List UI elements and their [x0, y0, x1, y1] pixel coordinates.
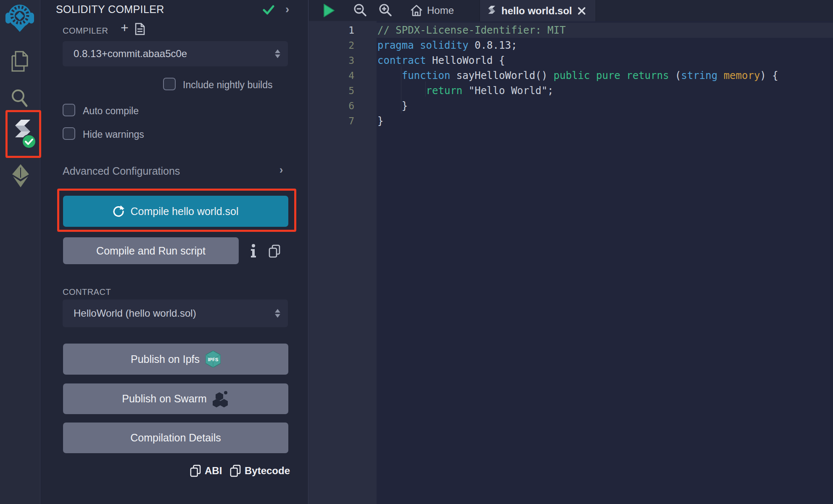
close-tab-icon[interactable]: [577, 7, 586, 15]
compile-and-run-label: Compile and Run script: [96, 245, 206, 257]
auto-compile-label: Auto compile: [83, 105, 139, 117]
compiler-section-label: COMPILER: [63, 26, 108, 36]
advanced-configurations-chevron[interactable]: ›: [279, 165, 283, 175]
search-button[interactable]: [10, 88, 29, 108]
auto-compile-checkbox[interactable]: [63, 104, 75, 116]
files-icon: [11, 51, 29, 72]
code-line: 7}: [309, 113, 833, 129]
panel-title: SOLIDITY COMPILER: [56, 3, 164, 16]
code-line-text: pragma solidity 0.8.13;: [377, 38, 833, 53]
contract-section-label: CONTRACT: [63, 287, 111, 297]
select-sorter-icon: [275, 50, 280, 58]
code-line-text: contract HelloWorld {: [377, 53, 833, 68]
abi-label: ABI: [205, 465, 222, 477]
svg-text:IPFS: IPFS: [208, 357, 218, 362]
code-line: 2pragma solidity 0.8.13;: [309, 38, 833, 53]
tab-hello-world-sol[interactable]: hello world.sol: [480, 0, 596, 21]
active-tab-label: hello world.sol: [501, 5, 572, 17]
compile-button[interactable]: Compile hello world.sol: [63, 196, 288, 227]
compilation-details-button[interactable]: Compilation Details: [63, 423, 288, 453]
line-number: 7: [309, 113, 354, 129]
line-number: 6: [309, 98, 354, 113]
line-number: 2: [309, 38, 354, 53]
contract-select[interactable]: HelloWorld (hello world.sol): [63, 299, 288, 327]
compile-run-copy-icon[interactable]: [269, 244, 280, 258]
code-line-text: // SPDX-License-Identifier: MIT: [377, 23, 833, 38]
compile-success-check-icon: [263, 5, 274, 15]
compiler-version-value: 0.8.13+commit.abaa5c0e: [74, 48, 187, 60]
tab-home[interactable]: Home: [411, 0, 454, 21]
line-number: 3: [309, 53, 354, 68]
publish-swarm-button[interactable]: Publish on Swarm: [63, 383, 288, 414]
plugin-icon-bar: [0, 0, 40, 504]
compile-button-label: Compile hello world.sol: [130, 205, 238, 218]
zoom-in-icon: [379, 3, 392, 17]
line-number: 1: [309, 23, 354, 38]
code-line: 4 function sayHelloWorld() public pure r…: [309, 68, 833, 83]
add-compiler-version-button[interactable]: +: [121, 20, 129, 36]
swarm-icon: [213, 391, 229, 407]
code-editor[interactable]: 1// SPDX-License-Identifier: MIT2pragma …: [309, 23, 833, 275]
zoom-in-button[interactable]: [379, 3, 392, 17]
code-line: 3contract HelloWorld {: [309, 53, 833, 68]
compile-and-run-button[interactable]: Compile and Run script: [63, 237, 239, 264]
publish-ipfs-button[interactable]: Publish on Ipfs IPFS: [63, 344, 288, 375]
ethereum-icon: [11, 163, 30, 188]
compile-run-info-icon[interactable]: [250, 244, 257, 258]
code-line: 5 return "Hello World";: [309, 83, 833, 98]
deploy-and-run-button[interactable]: [11, 163, 30, 188]
nightly-builds-label: Include nightly builds: [183, 79, 273, 91]
code-line-text: return "Hello World";: [377, 83, 833, 98]
publish-swarm-label: Publish on Swarm: [122, 393, 206, 405]
code-line-text: }: [377, 98, 833, 113]
run-script-play-button[interactable]: [323, 4, 335, 17]
remix-logo[interactable]: [5, 3, 34, 32]
remix-logo-icon: [5, 3, 34, 32]
copy-icon: [190, 465, 201, 477]
nightly-builds-checkbox[interactable]: [163, 78, 176, 90]
code-line-text: function sayHelloWorld() public pure ret…: [377, 68, 833, 83]
code-line-text: }: [377, 113, 833, 129]
hide-warnings-label: Hide warnings: [83, 129, 144, 140]
file-icon: [135, 23, 145, 35]
line-number: 4: [309, 68, 354, 83]
compiler-version-select[interactable]: 0.8.13+commit.abaa5c0e: [63, 41, 288, 66]
ipfs-icon: IPFS: [206, 351, 221, 368]
refresh-icon: [113, 205, 124, 217]
copy-icon: [230, 465, 241, 477]
solidity-file-icon: [488, 5, 496, 17]
zoom-out-button[interactable]: [353, 3, 367, 17]
play-icon: [323, 4, 335, 17]
copy-abi-button[interactable]: ABI: [190, 465, 222, 477]
code-line: 1// SPDX-License-Identifier: MIT: [309, 23, 833, 38]
compiler-success-badge: [22, 134, 36, 149]
hide-warnings-checkbox[interactable]: [63, 127, 75, 140]
compiler-config-file-button[interactable]: [135, 23, 145, 35]
select-sorter-icon: [275, 309, 280, 318]
bytecode-label: Bytecode: [245, 465, 290, 477]
advanced-configurations-header[interactable]: Advanced Configurations: [63, 165, 180, 177]
home-icon: [411, 5, 422, 16]
panel-collapse-chevron[interactable]: ›: [285, 3, 289, 15]
line-number: 5: [309, 83, 354, 98]
publish-ipfs-label: Publish on Ipfs: [131, 353, 200, 365]
copy-bytecode-button[interactable]: Bytecode: [230, 465, 290, 477]
compilation-details-label: Compilation Details: [130, 432, 221, 444]
search-icon: [11, 89, 29, 108]
file-explorer-button[interactable]: [10, 50, 29, 72]
solidity-compiler-panel: SOLIDITY COMPILER › COMPILER + 0.8.13+co…: [41, 0, 308, 504]
home-tab-label: Home: [427, 5, 454, 16]
code-line: 6 }: [309, 98, 833, 113]
contract-select-value: HelloWorld (hello world.sol): [74, 307, 196, 319]
zoom-out-icon: [353, 3, 367, 17]
